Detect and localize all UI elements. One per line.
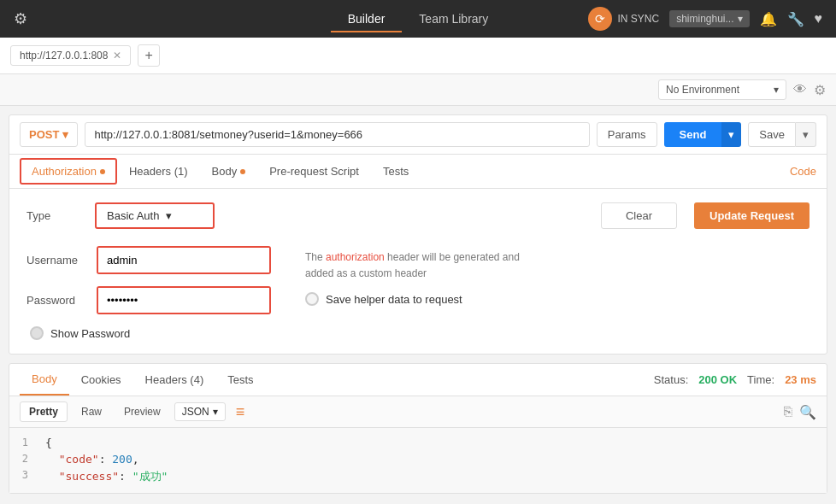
tab-label: Tests [383, 165, 409, 178]
auth-content: Type Basic Auth ▾ Clear Update Request U… [9, 189, 827, 354]
gear-icon[interactable]: ⚙ [814, 82, 826, 98]
env-bar: No Environment ▾ 👁 ⚙ [0, 74, 836, 106]
status-row: Status: 200 OK Time: 23 ms [654, 373, 816, 386]
tab-builder[interactable]: Builder [331, 5, 403, 32]
tab-label: Authorization [32, 165, 97, 178]
tab-label: Headers (1) [129, 165, 188, 178]
clear-button[interactable]: Clear [601, 202, 677, 229]
format-tab-raw[interactable]: Raw [73, 402, 110, 421]
method-url-row: POST ▾ Params Send ▾ Save ▾ [9, 115, 827, 155]
format-tab-pretty[interactable]: Pretty [20, 401, 68, 422]
tab-authorization[interactable]: Authorization [20, 158, 117, 185]
send-button[interactable]: Send [664, 122, 722, 147]
password-row: Password [26, 286, 271, 314]
time-value: 23 ms [785, 373, 816, 386]
tab-tests[interactable]: Tests [371, 156, 421, 186]
type-row: Type Basic Auth ▾ Clear Update Request [26, 202, 810, 229]
line-number: 3 [9, 469, 35, 484]
tab-close-icon[interactable]: ✕ [113, 50, 121, 62]
request-tabs-row: Authorization Headers (1) Body Pre-reque… [9, 155, 827, 189]
code-line-1: 1 { [9, 435, 827, 451]
tab-headers[interactable]: Headers (1) [117, 156, 200, 186]
save-dropdown-button[interactable]: ▾ [796, 122, 816, 147]
password-label: Password [26, 294, 86, 307]
copy-icon[interactable]: ⎘ [784, 404, 792, 420]
save-button[interactable]: Save [748, 122, 796, 147]
password-input[interactable] [98, 288, 269, 313]
tab-body[interactable]: Body [200, 156, 258, 186]
chevron-down-icon: ▾ [62, 128, 68, 141]
environment-select[interactable]: No Environment ▾ [658, 79, 786, 100]
search-icon[interactable]: 🔍 [799, 404, 816, 420]
wrap-icon[interactable]: ≡ [236, 403, 245, 421]
browser-tab[interactable]: http://127.0.0.1:808 ✕ [10, 45, 131, 66]
time-label: Time: [747, 373, 774, 386]
response-tab-body[interactable]: Body [20, 364, 69, 396]
heart-icon[interactable]: ♥ [815, 11, 823, 26]
username-input-wrap [97, 246, 271, 274]
helper-label: Save helper data to request [326, 293, 462, 306]
save-group: Save ▾ [748, 122, 816, 147]
type-value: Basic Auth [107, 209, 159, 222]
response-tab-cookies[interactable]: Cookies [69, 365, 133, 395]
username-label: Username [26, 254, 86, 267]
fields-left: Username Password Show Password [26, 246, 271, 340]
line-number: 2 [9, 453, 35, 466]
env-label: No Environment [666, 84, 739, 96]
code-line-2: 2 "code": 200, [9, 451, 827, 467]
send-dropdown-button[interactable]: ▾ [721, 122, 741, 147]
settings-cog-icon: ⚙ [14, 9, 27, 28]
method-select[interactable]: POST ▾ [20, 122, 78, 147]
username-input[interactable] [98, 248, 269, 273]
toolbar-right: ⎘ 🔍 [784, 404, 816, 420]
format-type-select[interactable]: JSON ▾ [174, 402, 226, 421]
wrench-icon[interactable]: 🔧 [787, 11, 804, 27]
tab-prerequest[interactable]: Pre-request Script [257, 156, 371, 186]
tab-url: http://127.0.0.1:808 [20, 50, 108, 62]
fields-right: The authorization header will be generat… [305, 246, 810, 340]
sync-icon: ⟳ [588, 7, 612, 31]
active-dot [100, 169, 105, 174]
info-text: The authorization header will be generat… [305, 249, 527, 282]
update-request-button[interactable]: Update Request [694, 202, 810, 229]
fields-section: Username Password Show Password [26, 246, 810, 340]
line-content: "success": "成功" [45, 469, 168, 484]
response-tab-headers[interactable]: Headers (4) [133, 365, 216, 395]
chevron-down-icon: ▾ [166, 209, 172, 222]
params-button[interactable]: Params [597, 122, 657, 147]
method-value: POST [29, 128, 59, 141]
tab-label: Body [212, 165, 238, 178]
eye-icon[interactable]: 👁 [793, 82, 807, 97]
sync-label: IN SYNC [617, 13, 659, 25]
body-dot [240, 169, 245, 174]
sync-badge: ⟳ IN SYNC [588, 7, 659, 31]
type-label: Type [26, 209, 78, 222]
chevron-down-icon: ▾ [213, 406, 218, 418]
show-password-label: Show Password [50, 327, 130, 340]
response-section: Body Cookies Headers (4) Tests Status: 2… [9, 363, 827, 494]
helper-toggle[interactable] [305, 292, 319, 306]
add-tab-button[interactable]: + [138, 44, 159, 67]
nav-center: Builder Team Library [331, 5, 506, 32]
status-label: Status: [654, 373, 688, 386]
url-input[interactable] [85, 122, 589, 147]
nav-left: ⚙ [14, 9, 331, 28]
nav-right: ⟳ IN SYNC shiminghui... ▾ 🔔 🔧 ♥ [505, 7, 822, 31]
code-link[interactable]: Code [790, 156, 816, 186]
code-line-3: 3 "success": "成功" [9, 467, 827, 486]
format-tab-preview[interactable]: Preview [115, 402, 169, 421]
tab-team-library[interactable]: Team Library [402, 5, 505, 32]
show-password-toggle[interactable] [30, 326, 44, 340]
code-area: 1 { 2 "code": 200, 3 "success": "成功" [9, 428, 827, 493]
url-bar: http://127.0.0.1:808 ✕ + [0, 38, 836, 74]
type-select[interactable]: Basic Auth ▾ [95, 202, 215, 229]
line-number: 1 [9, 437, 35, 449]
request-area: POST ▾ Params Send ▾ Save ▾ Authorizatio… [9, 114, 827, 355]
tab-label: Pre-request Script [269, 165, 359, 178]
response-tab-tests[interactable]: Tests [215, 365, 265, 395]
user-badge[interactable]: shiminghui... ▾ [669, 10, 749, 27]
bell-icon[interactable]: 🔔 [760, 11, 777, 27]
line-content: "code": 200, [45, 453, 139, 466]
chevron-down-icon: ▾ [738, 13, 743, 25]
username-row: Username [26, 246, 271, 274]
